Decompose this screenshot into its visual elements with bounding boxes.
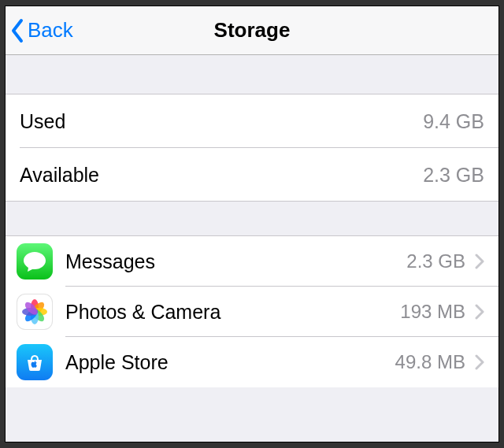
summary-list: Used 9.4 GB Available 2.3 GB: [6, 94, 498, 202]
app-row-messages[interactable]: Messages 2.3 GB: [6, 236, 498, 287]
back-button[interactable]: Back: [6, 18, 73, 43]
section-gap: [6, 55, 498, 94]
page-title: Storage: [6, 18, 498, 43]
section-gap: [6, 202, 498, 236]
available-row: Available 2.3 GB: [6, 148, 498, 202]
app-size: 2.3 GB: [406, 250, 465, 272]
app-row-photos[interactable]: Photos & Camera 193 MB: [6, 287, 498, 337]
chevron-right-icon: [475, 304, 484, 320]
app-name: Apple Store: [65, 351, 169, 374]
available-label: Available: [20, 164, 99, 187]
storage-screen: Back Storage Used 9.4 GB Available 2.3 G…: [5, 6, 499, 442]
chevron-right-icon: [475, 354, 484, 370]
navbar: Back Storage: [6, 6, 498, 55]
chevron-right-icon: [475, 254, 484, 269]
back-label: Back: [28, 18, 73, 43]
used-row: Used 9.4 GB: [6, 94, 498, 148]
app-name: Messages: [65, 250, 155, 273]
messages-icon: [17, 243, 53, 280]
app-size: 193 MB: [400, 301, 465, 323]
apple-store-icon: [17, 344, 53, 380]
app-row-apple-store[interactable]: Apple Store 49.8 MB: [6, 337, 498, 387]
used-label: Used: [20, 110, 65, 133]
chevron-left-icon: [10, 18, 24, 43]
used-value: 9.4 GB: [423, 110, 484, 133]
available-value: 2.3 GB: [423, 164, 484, 187]
app-name: Photos & Camera: [65, 301, 220, 324]
app-size: 49.8 MB: [395, 351, 465, 373]
photos-icon: [17, 294, 53, 330]
apps-list: Messages 2.3 GB: [6, 236, 498, 387]
